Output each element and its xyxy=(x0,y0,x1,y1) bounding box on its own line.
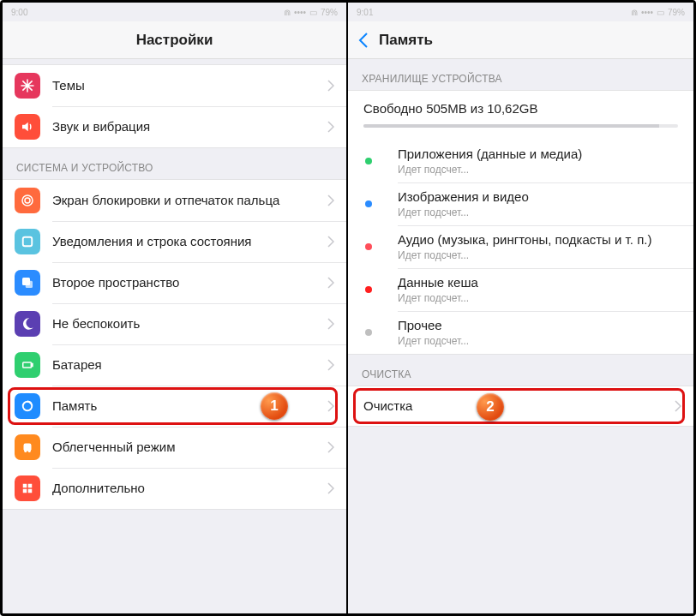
row-themes-label: Темы xyxy=(52,78,322,94)
row-notifications-label: Уведомления и строка состояния xyxy=(52,234,322,250)
chevron-right-icon xyxy=(327,80,334,92)
row-dnd[interactable]: Не беспокоить xyxy=(3,303,346,344)
svg-rect-14 xyxy=(28,489,33,493)
row-lockscreen[interactable]: Экран блокировки и отпечаток пальца xyxy=(3,180,346,221)
phone-settings: 9:00 ⋒ •••• ▭ 79% Настройки Темы xyxy=(3,3,348,613)
svg-point-9 xyxy=(24,450,27,452)
lite-mode-icon xyxy=(15,434,40,460)
sound-icon xyxy=(15,114,40,140)
settings-group-personal: Темы Звук и вибрация xyxy=(3,64,346,148)
chevron-right-icon xyxy=(327,194,334,206)
svg-rect-5 xyxy=(23,362,32,368)
cat-apps-sub: Идет подсчет... xyxy=(398,164,681,176)
status-time: 9:01 xyxy=(357,8,373,17)
row-lite-mode[interactable]: Облегченный режим xyxy=(3,427,346,468)
second-space-icon xyxy=(15,270,40,296)
row-lite-mode-label: Облегченный режим xyxy=(52,440,322,456)
row-storage[interactable]: Память 1 xyxy=(3,386,346,427)
cat-audio[interactable]: Аудио (музыка, рингтоны, подкасты и т. п… xyxy=(348,225,693,268)
row-cleanup[interactable]: Очистка 2 xyxy=(348,386,693,427)
row-second-space[interactable]: Второе пространство xyxy=(3,262,346,303)
cat-audio-sub: Идет подсчет... xyxy=(398,249,681,261)
section-storage-label: ХРАНИЛИЩЕ УСТРОЙСТВА xyxy=(348,59,693,90)
cat-other-sub: Идет подсчет... xyxy=(398,335,681,347)
svg-point-1 xyxy=(22,195,33,206)
cat-images[interactable]: Изображения и видео Идет подсчет... xyxy=(348,182,693,225)
svg-point-10 xyxy=(28,450,31,452)
dot-icon xyxy=(365,200,372,207)
dot-icon xyxy=(365,158,372,164)
svg-rect-6 xyxy=(32,364,33,367)
cat-images-sub: Идет подсчет... xyxy=(398,206,681,218)
chevron-right-icon xyxy=(675,400,681,412)
status-bar: 9:01 ⋒ •••• ▭ 79% xyxy=(348,3,693,21)
svg-point-0 xyxy=(25,198,30,203)
battery-pct: 79% xyxy=(668,8,685,17)
additional-icon xyxy=(15,475,40,501)
chevron-right-icon xyxy=(327,359,334,371)
row-cleanup-label: Очистка xyxy=(363,398,669,415)
storage-icon xyxy=(15,393,40,419)
wifi-icon: ⋒ xyxy=(284,8,291,17)
cat-other-title: Прочее xyxy=(398,318,681,334)
wifi-icon: ⋒ xyxy=(631,8,638,17)
storage-summary: Свободно 505MB из 10,62GB xyxy=(348,90,693,140)
row-notifications[interactable]: Уведомления и строка состояния xyxy=(3,221,346,262)
signal-icon: •••• xyxy=(641,8,653,17)
svg-rect-4 xyxy=(26,281,33,288)
battery-pct: 79% xyxy=(321,8,338,17)
settings-title: Настройки xyxy=(136,32,213,49)
settings-scroll[interactable]: Темы Звук и вибрация СИСТЕМА И УСТРОЙСТВ… xyxy=(3,59,346,613)
cat-audio-title: Аудио (музыка, рингтоны, подкасты и т. п… xyxy=(398,232,681,248)
storage-free-text: Свободно 505MB из 10,62GB xyxy=(363,101,678,116)
row-battery[interactable]: Батарея xyxy=(3,344,346,386)
svg-rect-8 xyxy=(24,444,32,452)
battery-icon: ▭ xyxy=(309,8,317,17)
row-sound-label: Звук и вибрация xyxy=(52,119,322,135)
svg-rect-13 xyxy=(23,489,27,493)
chevron-right-icon xyxy=(327,277,334,289)
chevron-right-icon xyxy=(327,441,334,453)
cat-cache[interactable]: Данные кеша Идет подсчет... xyxy=(348,268,693,311)
back-button[interactable] xyxy=(358,33,369,48)
cat-cache-title: Данные кеша xyxy=(398,275,681,291)
cat-apps[interactable]: Приложения (данные и медиа) Идет подсчет… xyxy=(348,140,693,182)
row-sound[interactable]: Звук и вибрация xyxy=(3,106,346,147)
row-dnd-label: Не беспокоить xyxy=(52,316,322,332)
cat-apps-title: Приложения (данные и медиа) xyxy=(398,147,681,163)
storage-bar-fill xyxy=(363,124,659,128)
svg-rect-11 xyxy=(23,484,27,488)
dot-icon xyxy=(365,286,372,293)
cat-other[interactable]: Прочее Идет подсчет... xyxy=(348,311,693,354)
annotation-badge-1: 1 xyxy=(261,392,288,420)
row-additional[interactable]: Дополнительно xyxy=(3,468,346,509)
battery-icon xyxy=(15,352,40,378)
cat-images-title: Изображения и видео xyxy=(398,189,681,206)
row-lockscreen-label: Экран блокировки и отпечаток пальца xyxy=(52,193,322,209)
chevron-right-icon xyxy=(327,318,334,330)
chevron-right-icon xyxy=(327,121,334,133)
status-bar: 9:00 ⋒ •••• ▭ 79% xyxy=(3,3,346,21)
annotation-badge-2: 2 xyxy=(477,393,504,421)
phone-memory: 9:01 ⋒ •••• ▭ 79% Память ХРАНИЛИЩЕ УСТРО… xyxy=(348,3,693,613)
signal-icon: •••• xyxy=(294,8,306,17)
dnd-icon xyxy=(15,311,40,337)
memory-header: Память xyxy=(348,21,693,59)
row-battery-label: Батарея xyxy=(52,357,322,374)
section-cleanup-label: ОЧИСТКА xyxy=(348,355,693,386)
memory-scroll[interactable]: ХРАНИЛИЩЕ УСТРОЙСТВА Свободно 505MB из 1… xyxy=(348,59,693,613)
dot-icon xyxy=(365,243,372,250)
status-time: 9:00 xyxy=(11,8,27,17)
row-second-space-label: Второе пространство xyxy=(52,275,322,291)
section-system-label: СИСТЕМА И УСТРОЙСТВО xyxy=(3,148,346,179)
settings-group-system: Экран блокировки и отпечаток пальца Увед… xyxy=(3,179,346,510)
row-themes[interactable]: Темы xyxy=(3,65,346,106)
memory-title: Память xyxy=(379,32,433,49)
cat-cache-sub: Идет подсчет... xyxy=(398,292,681,304)
storage-category-list: Приложения (данные и медиа) Идет подсчет… xyxy=(348,140,693,355)
chevron-right-icon xyxy=(327,400,334,412)
chevron-right-icon xyxy=(327,482,334,494)
page-title: Настройки xyxy=(3,21,346,59)
svg-rect-12 xyxy=(28,484,33,488)
fingerprint-icon xyxy=(15,188,40,213)
